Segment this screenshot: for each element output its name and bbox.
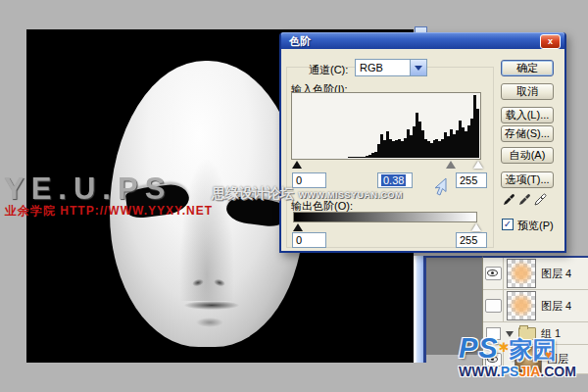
psjia-url-jia: JIA <box>518 364 540 379</box>
highlight-slider[interactable] <box>473 161 483 169</box>
watermark-missyuan: 思缘设计论坛 WWW.MISSYUAN.COM <box>212 184 403 203</box>
psjia-url-com: .COM <box>540 364 576 379</box>
psjia-star-icon: ✱ <box>499 340 510 355</box>
tutorial-screenshot: YE.U.PS 业余学院 HTTP://WWW.YYXY.NET 图层 4 图层… <box>0 0 588 392</box>
eye-empty-box[interactable] <box>485 299 502 313</box>
layer-name[interactable]: 图层 4 <box>541 267 571 281</box>
histogram-bar <box>476 109 479 158</box>
cancel-button[interactable]: 取消 <box>501 83 554 100</box>
options-button[interactable]: 选项(T)... <box>501 172 554 188</box>
channel-value: RGB <box>360 62 383 74</box>
black-point-eyedropper-icon[interactable] <box>503 193 515 206</box>
visibility-cell[interactable] <box>483 258 504 289</box>
layer-thumbnail[interactable] <box>507 291 536 320</box>
dialog-title: 色阶 <box>289 34 311 49</box>
eye-icon <box>487 270 498 276</box>
mask-nose-shadow <box>178 154 235 301</box>
output-shadow-slider[interactable] <box>293 223 303 231</box>
input-highlight-field[interactable]: 255 <box>456 172 487 188</box>
dropdown-button[interactable] <box>410 60 426 75</box>
ok-button[interactable]: 确定 <box>501 60 554 76</box>
vertical-scrollbar[interactable] <box>414 256 426 363</box>
save-button[interactable]: 存储(S)... <box>501 125 554 142</box>
output-shadow-field[interactable]: 0 <box>292 232 326 248</box>
psjia-url-ps: PS <box>501 364 519 379</box>
load-button[interactable]: 载入(L)... <box>501 107 554 123</box>
layer-row[interactable]: 图层 4 <box>483 258 588 290</box>
mouse-cursor-icon <box>431 177 448 201</box>
output-slider-track <box>291 223 481 232</box>
watermark-yeups: YE.U.PS <box>4 172 172 207</box>
psjia-logo-jia: 家 <box>510 336 533 363</box>
eyedropper-group <box>503 193 547 206</box>
histogram-bars <box>293 95 479 158</box>
mask-chin-shadow <box>196 318 223 327</box>
white-point-eyedropper-icon[interactable] <box>534 193 547 206</box>
output-gradient-bar <box>293 212 477 222</box>
psjia-logo-url: WWW.PSJIA.COM <box>459 364 588 379</box>
shadow-slider[interactable] <box>292 161 302 169</box>
layer-row[interactable]: 图层 4 <box>483 290 588 322</box>
psjia-heart-icon: ♥ <box>545 348 552 362</box>
mask-mouth <box>184 301 239 310</box>
chevron-down-icon <box>415 66 422 74</box>
gray-point-eyedropper-icon[interactable] <box>518 193 531 206</box>
watermark-yyxy-url: 业余学院 HTTP://WWW.YYXY.NET <box>5 203 213 220</box>
output-highlight-field[interactable]: 255 <box>456 232 487 248</box>
psjia-logo: PS✱家园 ♥ WWW.PSJIA.COM <box>459 332 588 379</box>
close-button[interactable]: x <box>540 34 561 49</box>
channel-label: 通道(C): <box>309 63 348 77</box>
visibility-cell[interactable] <box>483 290 504 321</box>
channel-dropdown[interactable]: RGB <box>355 59 427 76</box>
input-slider-track <box>291 161 481 170</box>
layer-thumbnail[interactable] <box>507 259 536 288</box>
psjia-logo-ps: PS <box>459 332 499 364</box>
midtone-slider[interactable] <box>446 161 456 169</box>
output-highlight-slider[interactable] <box>471 223 481 231</box>
layer-name[interactable]: 图层 4 <box>541 299 571 314</box>
auto-button[interactable]: 自动(A) <box>501 147 554 164</box>
watermark-missyuan-url: WWW.MISSYUAN.COM <box>298 190 403 200</box>
watermark-missyuan-cn: 思缘设计论坛 <box>212 185 294 201</box>
psjia-url-www: WWW. <box>459 364 501 379</box>
dialog-titlebar[interactable]: 色阶 x <box>281 32 564 49</box>
preview-label: 预览(P) <box>517 219 554 233</box>
levels-dialog: 色阶 x 通道(C): RGB 输入色阶(I): 0 0.38 255 输出色阶… <box>279 32 566 253</box>
preview-checkbox[interactable]: ✓ <box>502 219 514 230</box>
histogram <box>291 92 481 160</box>
psjia-logo-line1: PS✱家园 ♥ <box>459 332 588 364</box>
